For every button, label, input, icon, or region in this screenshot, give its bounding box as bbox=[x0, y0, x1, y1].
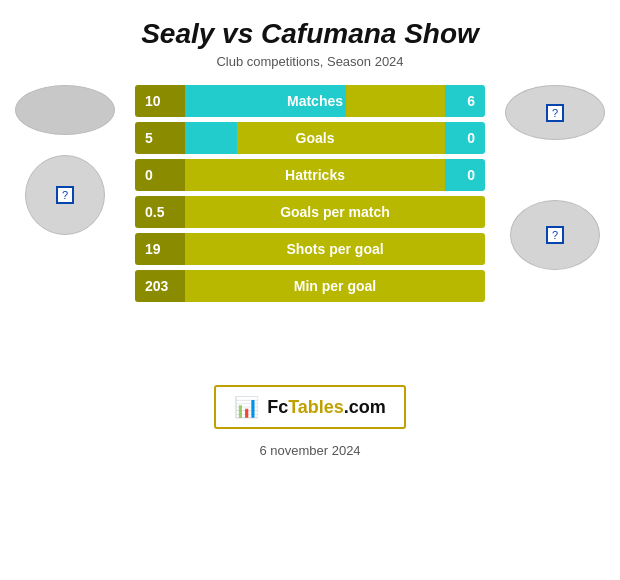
spg-left-val: 19 bbox=[135, 233, 185, 265]
mpg-left-val: 203 bbox=[135, 270, 185, 302]
content-area: ? 10 Matches 6 5 Go bbox=[0, 85, 620, 365]
matches-right-val: 6 bbox=[445, 85, 485, 117]
right-avatar-top: ? bbox=[505, 85, 605, 140]
gpm-left-val: 0.5 bbox=[135, 196, 185, 228]
stat-row-gpm: 0.5 Goals per match bbox=[135, 196, 485, 228]
logo-box: 📊 FcTables.com bbox=[214, 385, 406, 429]
goals-left-val: 5 bbox=[135, 122, 185, 154]
matches-left-val: 10 bbox=[135, 85, 185, 117]
spg-label: Shots per goal bbox=[286, 241, 383, 257]
gpm-bar: Goals per match bbox=[185, 196, 485, 228]
title-section: Sealy vs Cafumana Show Club competitions… bbox=[141, 0, 479, 75]
logo-section: 📊 FcTables.com 6 november 2024 bbox=[214, 385, 406, 458]
footer-date: 6 november 2024 bbox=[259, 443, 360, 458]
logo-icon: 📊 bbox=[234, 395, 259, 419]
right-question-icon-top: ? bbox=[546, 104, 564, 122]
left-avatar-top bbox=[15, 85, 115, 135]
hattricks-label: Hattricks bbox=[285, 167, 345, 183]
matches-label: Matches bbox=[287, 93, 343, 109]
goals-label: Goals bbox=[296, 130, 335, 146]
goals-bar-fill bbox=[185, 122, 237, 154]
logo-text: FcTables.com bbox=[267, 397, 386, 418]
stat-row-hattricks: 0 Hattricks 0 bbox=[135, 159, 485, 191]
right-avatars: ? ? bbox=[505, 85, 605, 270]
stat-row-mpg: 203 Min per goal bbox=[135, 270, 485, 302]
stat-row-matches: 10 Matches 6 bbox=[135, 85, 485, 117]
spg-bar: Shots per goal bbox=[185, 233, 485, 265]
left-question-icon: ? bbox=[56, 186, 74, 204]
left-avatar-bottom: ? bbox=[25, 155, 105, 235]
left-avatars: ? bbox=[15, 85, 115, 235]
hattricks-left-val: 0 bbox=[135, 159, 185, 191]
hattricks-right-val: 0 bbox=[445, 159, 485, 191]
hattricks-bar: Hattricks bbox=[185, 159, 445, 191]
main-title: Sealy vs Cafumana Show bbox=[141, 18, 479, 50]
right-question-icon-bottom: ? bbox=[546, 226, 564, 244]
goals-right-val: 0 bbox=[445, 122, 485, 154]
subtitle: Club competitions, Season 2024 bbox=[141, 54, 479, 69]
mpg-label: Min per goal bbox=[294, 278, 376, 294]
gpm-label: Goals per match bbox=[280, 204, 390, 220]
right-avatar-bottom: ? bbox=[510, 200, 600, 270]
stat-row-spg: 19 Shots per goal bbox=[135, 233, 485, 265]
stat-row-goals: 5 Goals 0 bbox=[135, 122, 485, 154]
goals-bar: Goals bbox=[185, 122, 445, 154]
matches-bar: Matches bbox=[185, 85, 445, 117]
stats-table: 10 Matches 6 5 Goals 0 0 bbox=[135, 85, 485, 302]
mpg-bar: Min per goal bbox=[185, 270, 485, 302]
page-wrapper: Sealy vs Cafumana Show Club competitions… bbox=[0, 0, 620, 580]
